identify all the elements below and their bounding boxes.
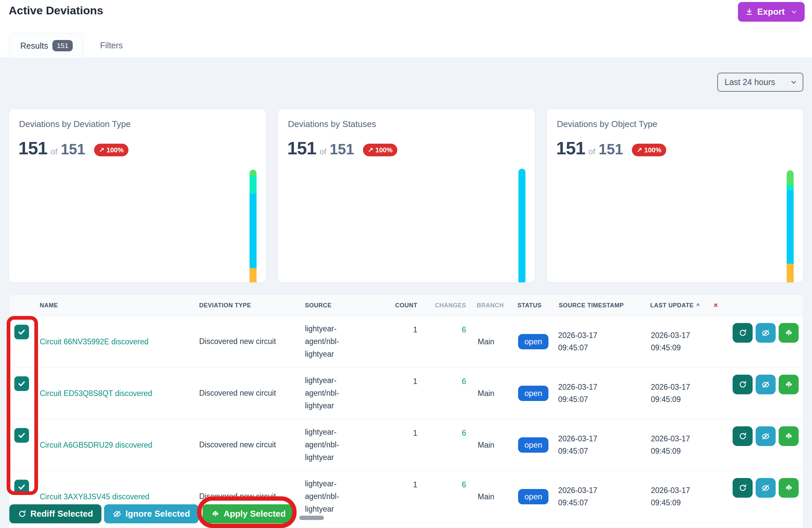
metric-of-label: of — [320, 147, 326, 156]
changes-link[interactable]: 6 — [433, 325, 466, 334]
horizontal-scrollbar-thumb[interactable] — [299, 516, 324, 520]
row-rediff-button[interactable] — [733, 426, 753, 446]
trend-arrow-icon: ↗ — [368, 146, 374, 154]
row-ignore-button[interactable] — [756, 323, 775, 343]
status-cell: open — [518, 489, 549, 504]
branch-cell: Main — [478, 337, 494, 346]
card-metric: 151 of 151 ↗ 100% — [287, 138, 397, 159]
apply-arrows-icon — [784, 380, 793, 389]
metric-total: 151 — [330, 141, 354, 158]
deviation-name-link[interactable]: Circuit A6GB5DRU29 discovered — [40, 441, 152, 450]
export-button[interactable]: Export — [738, 2, 804, 22]
row-checkbox-checked[interactable] — [14, 428, 29, 443]
apply-selected-button[interactable]: Apply Selected — [203, 504, 294, 523]
tab-filters[interactable]: Filters — [100, 33, 123, 58]
metric-count: 151 — [18, 138, 47, 159]
source-timestamp-cell: 2026-03-17 09:45:07 — [558, 381, 614, 406]
deviation-type-cell: Discovered new circuit — [199, 438, 281, 451]
row-rediff-button[interactable] — [733, 323, 753, 343]
column-header-branch[interactable]: BRANCH — [477, 302, 504, 309]
row-apply-button[interactable] — [779, 323, 799, 343]
changes-link[interactable]: 6 — [433, 377, 466, 386]
card-title: Deviations by Statuses — [288, 119, 376, 129]
results-count-badge: 151 — [53, 40, 73, 51]
metric-of-label: of — [589, 147, 595, 156]
column-header-name[interactable]: NAME — [40, 302, 58, 309]
deviation-name-link[interactable]: Circuit ED53Q8S8QT discovered — [40, 389, 152, 398]
tab-results[interactable]: Results 151 — [9, 33, 84, 58]
count-cell: 1 — [376, 429, 417, 438]
row-apply-button[interactable] — [779, 478, 799, 498]
column-header-deviation-type[interactable]: DEVIATION TYPE — [199, 302, 251, 309]
row-rediff-button[interactable] — [733, 375, 753, 394]
changes-link[interactable]: 6 — [433, 480, 466, 489]
status-badge: open — [518, 334, 549, 349]
bar-segment-green — [249, 170, 257, 175]
metric-of-label: of — [51, 147, 57, 156]
apply-arrows-icon — [784, 483, 793, 492]
refresh-icon — [738, 483, 747, 492]
column-header-changes[interactable]: CHANGES — [433, 302, 466, 309]
card-deviations-by-deviation-type: Deviations by Deviation Type 151 of 151 … — [9, 109, 266, 283]
apply-selected-label: Apply Selected — [223, 509, 286, 519]
bar-segment-green — [787, 170, 794, 185]
status-badge: open — [518, 437, 549, 453]
status-cell: open — [518, 334, 549, 349]
metric-total: 151 — [598, 141, 623, 158]
time-range-select[interactable]: Last 24 hours — [717, 73, 803, 92]
branch-cell: Main — [478, 492, 494, 501]
deviation-name-link[interactable]: Circuit 3AXY8JSV45 discovered — [40, 492, 149, 501]
ignore-selected-button[interactable]: Ignore Selected — [104, 504, 199, 523]
table-row: Circuit ED53Q8S8QT discovered Discovered… — [9, 368, 803, 419]
apply-arrows-icon — [784, 432, 793, 441]
row-checkbox-checked[interactable] — [14, 480, 29, 494]
time-range-value: Last 24 hours — [725, 77, 775, 87]
clear-sort-icon[interactable]: × — [714, 301, 718, 310]
count-cell: 1 — [376, 325, 417, 334]
column-header-source-timestamp[interactable]: SOURCE TIMESTAMP — [559, 302, 624, 309]
deviation-type-cell: Discovered new circuit — [199, 335, 281, 348]
row-rediff-button[interactable] — [733, 478, 753, 498]
row-ignore-button[interactable] — [756, 478, 775, 498]
card-title: Deviations by Object Type — [557, 119, 657, 129]
eye-slash-icon — [761, 328, 770, 338]
trend-badge: ↗ 100% — [632, 144, 667, 156]
chevron-down-icon — [790, 79, 797, 86]
source-cell: lightyear-agent/nbl-lightyear — [305, 478, 367, 516]
trend-percent: 100% — [106, 146, 124, 154]
rediff-selected-button[interactable]: Rediff Selected — [9, 504, 101, 523]
row-apply-button[interactable] — [779, 426, 799, 446]
deviation-name-link[interactable]: Circuit 66NV35992E discovered — [40, 337, 148, 346]
card-metric: 151 of 151 ↗ 100% — [18, 138, 128, 159]
bar-segment-mint — [787, 185, 794, 190]
last-update-cell: 2026-03-17 09:45:09 — [651, 433, 707, 457]
row-actions — [733, 323, 799, 343]
column-header-last-update[interactable]: LAST UPDATE^ — [650, 302, 700, 309]
row-checkbox-checked[interactable] — [14, 325, 29, 340]
mini-bar-chart — [519, 169, 525, 282]
changes-link[interactable]: 6 — [433, 429, 466, 438]
row-apply-button[interactable] — [779, 375, 799, 394]
row-ignore-button[interactable] — [756, 375, 775, 394]
row-ignore-button[interactable] — [756, 426, 775, 446]
refresh-icon — [738, 380, 747, 389]
tab-results-label: Results — [20, 41, 48, 51]
column-header-status[interactable]: STATUS — [518, 302, 541, 309]
count-cell: 1 — [376, 377, 417, 386]
chevron-down-icon — [790, 8, 798, 16]
bar-segment-orange — [249, 268, 257, 282]
card-metric: 151 of 151 ↗ 100% — [556, 138, 666, 159]
bar-segment-cyan — [787, 190, 794, 264]
row-checkbox-checked[interactable] — [14, 376, 29, 391]
eye-slash-icon — [761, 380, 770, 389]
column-header-source[interactable]: SOURCE — [305, 302, 332, 309]
metric-count: 151 — [556, 138, 585, 159]
status-badge: open — [518, 489, 549, 504]
column-header-count[interactable]: COUNT — [376, 302, 417, 309]
count-cell: 1 — [376, 480, 417, 489]
bar-segment-cyan — [519, 169, 525, 282]
refresh-icon — [738, 328, 747, 337]
checkmark-icon — [17, 431, 26, 440]
row-actions — [733, 478, 799, 498]
mini-bar-chart — [249, 170, 257, 282]
